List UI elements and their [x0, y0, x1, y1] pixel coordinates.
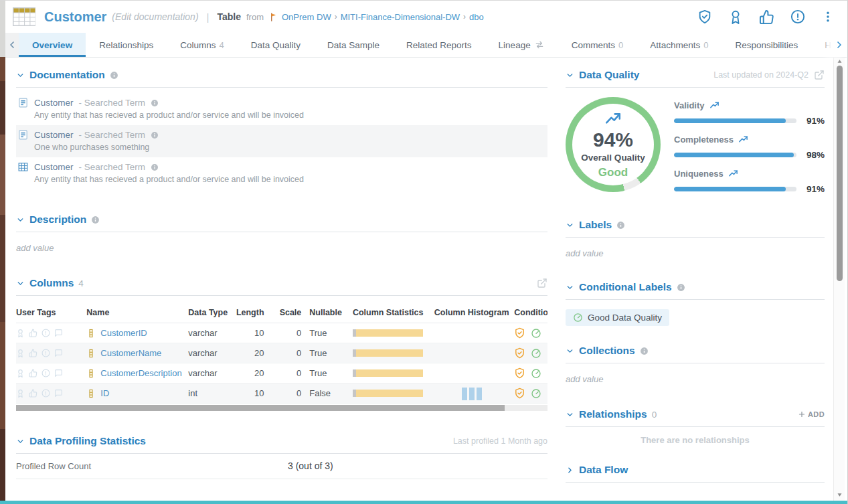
- col-header-length: Length: [234, 308, 264, 317]
- term-name[interactable]: Customer: [34, 162, 74, 172]
- thumbs-up-icon[interactable]: [759, 9, 774, 25]
- info-icon[interactable]: [110, 71, 118, 80]
- relationships-section-header[interactable]: Relationships 0 ADD: [566, 408, 825, 427]
- term-name[interactable]: Customer: [34, 98, 74, 108]
- column-name-link[interactable]: CustomerName: [100, 348, 161, 358]
- data-type-cell: varchar: [188, 328, 234, 338]
- tab-responsibilities[interactable]: Responsibilities: [722, 33, 811, 57]
- documentation-section-header[interactable]: Documentation: [16, 69, 547, 88]
- object-header: Customer (Edit documentation) | Table fr…: [5, 1, 847, 33]
- alert-circle-icon[interactable]: [41, 369, 50, 377]
- award-icon[interactable]: [16, 389, 25, 398]
- description-section-header[interactable]: Description: [16, 214, 547, 232]
- add-relationship-button[interactable]: ADD: [798, 410, 825, 418]
- table-row[interactable]: CustomerDescription varchar 20 0 True: [16, 363, 547, 384]
- table-row[interactable]: CustomerID varchar 10 0 True: [16, 323, 547, 343]
- thumbs-up-icon[interactable]: [29, 389, 37, 398]
- info-icon[interactable]: [91, 216, 100, 224]
- breadcrumb-schema[interactable]: dbo: [469, 12, 484, 22]
- tab-data-quality[interactable]: Data Quality: [238, 33, 314, 57]
- documentation-item[interactable]: Customer - Searched Term Any entity that…: [16, 93, 547, 125]
- column-name-link[interactable]: CustomerID: [100, 328, 147, 338]
- shield-check-icon[interactable]: [514, 327, 525, 339]
- vertical-scrollbar-thumb[interactable]: [837, 66, 843, 281]
- alert-circle-icon[interactable]: [790, 9, 805, 24]
- description-add-value[interactable]: add value: [16, 243, 547, 253]
- shield-check-icon[interactable]: [514, 367, 525, 379]
- gauge-icon[interactable]: [531, 388, 541, 399]
- scale-cell: 0: [275, 388, 302, 398]
- award-icon[interactable]: [16, 369, 25, 377]
- columns-section-header[interactable]: Columns 4: [16, 277, 547, 296]
- labels-add-value[interactable]: add value: [566, 248, 825, 258]
- gauge-icon[interactable]: [531, 328, 541, 339]
- documentation-item[interactable]: Customer - Searched Term One who purchas…: [16, 125, 547, 157]
- column-icon: [86, 349, 96, 358]
- data-quality-section-header[interactable]: Data Quality Last updated on 2024-Q2: [566, 69, 825, 88]
- award-icon[interactable]: [728, 9, 743, 24]
- gauge-icon[interactable]: [531, 368, 541, 379]
- thumbs-up-icon[interactable]: [29, 349, 37, 357]
- tabs-scroll-left-button[interactable]: [5, 33, 19, 57]
- term-document-icon: [17, 129, 29, 141]
- edit-documentation-link[interactable]: (Edit documentation): [112, 11, 198, 22]
- term-name[interactable]: Customer: [34, 130, 74, 140]
- labels-section-header[interactable]: Labels: [566, 219, 825, 238]
- profiling-section-header[interactable]: Data Profiling Statistics Last profiled …: [16, 435, 547, 454]
- shield-check-icon[interactable]: [514, 347, 525, 359]
- scroll-up-arrow-icon[interactable]: [835, 58, 844, 66]
- last-profiled-label: Last profiled 1 Month ago: [453, 436, 547, 446]
- table-row[interactable]: CustomerName varchar 20 0 True: [16, 343, 547, 363]
- column-name-link[interactable]: CustomerDescription: [100, 368, 181, 378]
- alert-circle-icon[interactable]: [41, 389, 50, 398]
- gauge-icon[interactable]: [531, 348, 541, 359]
- horizontal-scrollbar[interactable]: [16, 405, 547, 411]
- expand-icon[interactable]: [537, 278, 547, 288]
- tab-data-sample[interactable]: Data Sample: [314, 33, 393, 57]
- collections-add-value[interactable]: add value: [566, 374, 825, 384]
- table-row[interactable]: ID int 10 0 False: [16, 384, 547, 404]
- comment-icon[interactable]: [54, 389, 63, 398]
- alert-circle-icon[interactable]: [41, 349, 50, 357]
- comment-icon[interactable]: [54, 369, 63, 377]
- scroll-down-arrow-icon[interactable]: [835, 491, 844, 499]
- documentation-item[interactable]: Customer - Searched Term Any entity that…: [16, 157, 547, 189]
- conditional-label-chip[interactable]: Good Data Quality: [566, 309, 669, 326]
- kebab-menu-icon[interactable]: [821, 10, 835, 23]
- data-flow-section-header[interactable]: Data Flow: [566, 464, 825, 483]
- info-icon[interactable]: [640, 347, 649, 355]
- award-icon[interactable]: [16, 349, 25, 357]
- info-icon[interactable]: [616, 221, 625, 230]
- vertical-scrollbar[interactable]: [833, 58, 845, 501]
- collections-section-header[interactable]: Collections: [566, 345, 825, 363]
- breadcrumb-database[interactable]: MITI-Finance-Dimensional-DW: [341, 12, 460, 22]
- tab-comments[interactable]: Comments0: [558, 33, 637, 57]
- tab-overview[interactable]: Overview: [19, 33, 86, 57]
- shield-check-icon[interactable]: [697, 9, 712, 24]
- page-title: Customer: [44, 9, 106, 25]
- comment-icon[interactable]: [54, 329, 63, 337]
- info-icon[interactable]: [677, 283, 685, 292]
- tab-attachments[interactable]: Attachments0: [637, 33, 722, 57]
- conditional-labels-section-header[interactable]: Conditional Labels: [566, 281, 825, 300]
- breadcrumb-source[interactable]: OnPrem DW: [282, 12, 331, 22]
- tabs-scroll-right-button[interactable]: [831, 33, 847, 57]
- award-icon[interactable]: [16, 329, 25, 337]
- tab-lineage[interactable]: Lineage: [485, 33, 558, 57]
- tab-relationships[interactable]: Relationships: [86, 33, 167, 57]
- tab-related-reports[interactable]: Related Reports: [393, 33, 485, 57]
- comment-icon[interactable]: [54, 349, 63, 357]
- metric-bar: [674, 118, 796, 123]
- expand-icon[interactable]: [814, 70, 825, 80]
- tab-columns[interactable]: Columns4: [167, 33, 238, 57]
- info-icon[interactable]: [151, 163, 159, 171]
- columns-count: 4: [78, 278, 84, 288]
- info-icon[interactable]: [151, 131, 159, 139]
- column-name-link[interactable]: ID: [100, 388, 109, 398]
- alert-circle-icon[interactable]: [41, 329, 50, 337]
- horizontal-scrollbar-thumb[interactable]: [16, 405, 505, 411]
- info-icon[interactable]: [151, 99, 159, 107]
- shield-check-icon[interactable]: [514, 388, 525, 399]
- thumbs-up-icon[interactable]: [29, 329, 37, 337]
- thumbs-up-icon[interactable]: [29, 369, 37, 377]
